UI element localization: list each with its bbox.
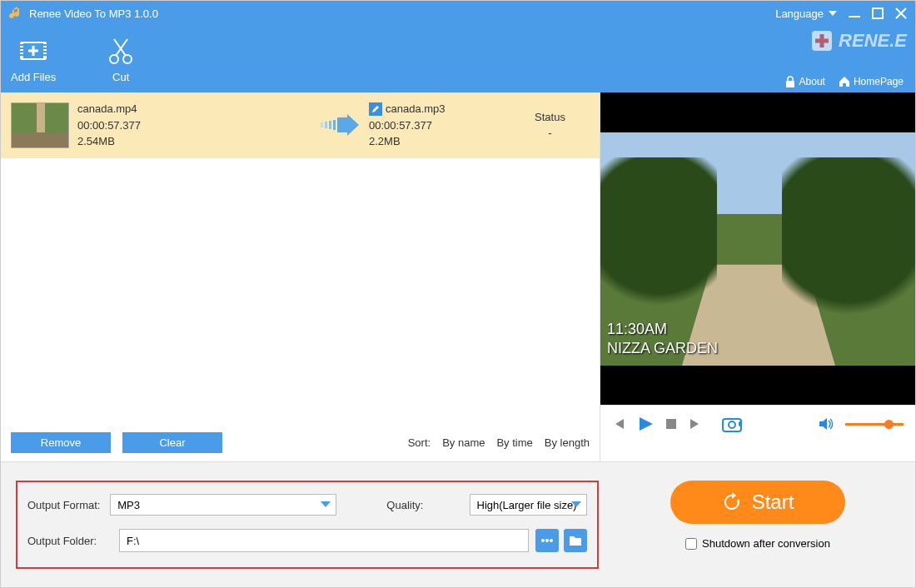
stop-icon[interactable]: [665, 418, 677, 430]
svg-rect-5: [20, 44, 23, 46]
home-icon: [839, 76, 850, 87]
output-section: Output Format: MP3 Quality: High(Larger …: [1, 461, 915, 587]
brand-text: RENE.E: [839, 30, 907, 52]
start-button[interactable]: Start: [670, 481, 845, 524]
shutdown-label: Shutdown after conversion: [702, 537, 830, 550]
start-button-label: Start: [752, 491, 794, 514]
add-files-label: Add Files: [11, 71, 56, 83]
output-folder-label: Output Folder:: [27, 535, 119, 547]
shutdown-checkbox[interactable]: [685, 538, 697, 550]
maximize-icon[interactable]: [872, 7, 884, 19]
svg-rect-6: [20, 47, 23, 49]
file-list: canada.mp4 00:00:57.377 2.54MB can: [1, 92, 600, 424]
quality-label: Quality:: [386, 499, 469, 511]
source-size: 2.54MB: [77, 133, 311, 150]
svg-rect-16: [786, 81, 794, 87]
quality-dropdown[interactable]: High(Larger file size): [470, 494, 588, 516]
main-area: canada.mp4 00:00:57.377 2.54MB can: [1, 92, 915, 461]
chevron-down-icon: [829, 11, 837, 16]
svg-rect-11: [43, 51, 47, 52]
output-format-dropdown[interactable]: MP3: [110, 494, 336, 516]
status-header: Status: [510, 109, 590, 126]
refresh-icon: [722, 492, 742, 512]
arrow-icon: [319, 114, 361, 136]
language-selector[interactable]: Language: [775, 7, 837, 20]
toolbar: Add Files Cut RENE.E About HomePage: [1, 26, 915, 92]
app-icon: [9, 7, 22, 20]
output-settings-box: Output Format: MP3 Quality: High(Larger …: [16, 481, 599, 569]
shutdown-checkbox-row[interactable]: Shutdown after conversion: [685, 537, 830, 550]
brand-logo: RENE.E: [810, 29, 907, 52]
play-icon[interactable]: [637, 416, 654, 432]
edit-icon[interactable]: [369, 102, 382, 116]
cut-icon: [106, 36, 136, 66]
chevron-down-icon: [571, 501, 581, 508]
add-files-button[interactable]: Add Files: [11, 36, 56, 83]
output-folder-input[interactable]: F:\: [119, 529, 529, 552]
output-format-label: Output Format:: [27, 499, 110, 511]
sort-by-name[interactable]: By name: [442, 436, 485, 449]
more-options-button[interactable]: [535, 529, 559, 552]
list-controls: Remove Clear Sort: By name By time By le…: [1, 424, 600, 461]
player-controls: [600, 405, 915, 442]
sort-by-length[interactable]: By length: [545, 436, 590, 449]
sort-label: Sort:: [408, 436, 431, 449]
clear-button[interactable]: Clear: [122, 432, 222, 453]
svg-rect-17: [321, 122, 323, 127]
source-filename: canada.mp4: [77, 101, 311, 117]
conversion-arrow: [311, 114, 369, 136]
svg-rect-7: [20, 51, 23, 52]
lock-icon: [784, 76, 796, 87]
svg-rect-1: [873, 8, 883, 18]
status-value: -: [510, 125, 590, 142]
source-info: canada.mp4 00:00:57.377 2.54MB: [77, 101, 311, 150]
language-label: Language: [775, 7, 824, 20]
remove-button[interactable]: Remove: [11, 432, 111, 453]
volume-icon[interactable]: [819, 417, 834, 431]
cut-label: Cut: [112, 71, 129, 83]
ellipsis-icon: [540, 538, 554, 543]
destination-size: 2.2MB: [369, 133, 510, 150]
cut-button[interactable]: Cut: [106, 36, 136, 83]
browse-folder-button[interactable]: [564, 529, 587, 552]
about-link[interactable]: About: [784, 76, 825, 87]
svg-rect-12: [43, 54, 47, 56]
svg-rect-18: [325, 122, 327, 128]
file-thumbnail: [11, 102, 69, 148]
svg-point-26: [550, 539, 553, 542]
file-list-pane: canada.mp4 00:00:57.377 2.54MB can: [1, 92, 600, 461]
file-row[interactable]: canada.mp4 00:00:57.377 2.54MB can: [1, 92, 600, 158]
minimize-icon[interactable]: [849, 7, 860, 19]
output-format-value: MP3: [117, 499, 140, 511]
preview-frame: 11:30AM NIZZA GARDEN: [600, 132, 915, 366]
svg-point-13: [110, 55, 118, 63]
destination-filename: canada.mp3: [386, 101, 446, 117]
snapshot-icon[interactable]: [722, 416, 744, 432]
destination-duration: 00:00:57.377: [369, 117, 510, 134]
next-icon[interactable]: [689, 417, 702, 431]
prev-icon[interactable]: [612, 417, 625, 431]
svg-rect-19: [329, 121, 331, 129]
preview-pane: 11:30AM NIZZA GARDEN: [600, 92, 915, 461]
app-window: Renee Video To MP3 1.0.0 Language Add Fi…: [0, 0, 916, 588]
svg-rect-0: [849, 16, 860, 17]
svg-point-25: [545, 539, 549, 542]
volume-slider[interactable]: [845, 423, 904, 426]
output-folder-value: F:\: [127, 535, 139, 547]
svg-rect-20: [333, 120, 336, 130]
svg-rect-8: [20, 54, 23, 56]
status-column: Status -: [510, 109, 590, 142]
titlebar: Renee Video To MP3 1.0.0 Language: [1, 1, 915, 26]
svg-point-14: [123, 55, 132, 63]
sort-by-time[interactable]: By time: [496, 436, 532, 449]
svg-point-24: [541, 539, 545, 542]
brand-cross-icon: [810, 29, 834, 52]
video-preview[interactable]: 11:30AM NIZZA GARDEN: [600, 92, 915, 405]
close-icon[interactable]: [895, 7, 907, 19]
svg-point-23: [729, 421, 735, 428]
quality-value: High(Larger file size): [477, 499, 577, 511]
preview-location-overlay: NIZZA GARDEN: [607, 339, 718, 358]
folder-icon: [569, 535, 582, 546]
homepage-link[interactable]: HomePage: [839, 76, 904, 87]
chevron-down-icon: [321, 501, 331, 508]
